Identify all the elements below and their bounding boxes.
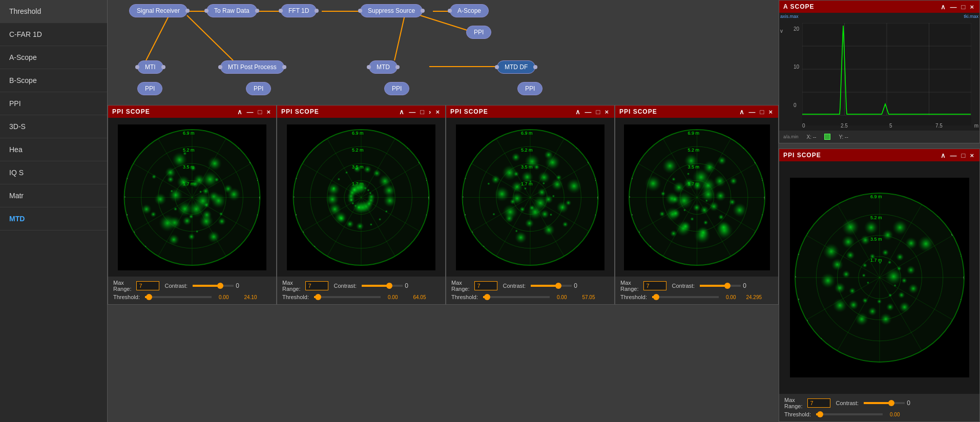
ppi-scope-2-maximize[interactable]: □ [419, 108, 426, 116]
sidebar-item-ppi[interactable]: PPI [0, 92, 107, 115]
ppi-scope-4-chevron-up[interactable]: ∧ [738, 108, 746, 116]
ascope-body: axis.max tki.max v 20 10 0 0 2.5 5 7.5 m… [779, 13, 979, 143]
pipeline-area: Signal Receiver To Raw Data FFT 1D Suppr… [108, 0, 645, 108]
ppi-scope-2-chevron-up[interactable]: ∧ [398, 108, 406, 116]
ppi-scope-2-forward[interactable]: › [428, 108, 432, 116]
ppi-scope-br-close[interactable]: × [969, 152, 975, 159]
sidebar-item-matr[interactable]: Matr [0, 184, 107, 207]
ppi-scope-2-title: PPI SCOPE [281, 108, 319, 115]
node-fft1d[interactable]: FFT 1D [281, 4, 317, 17]
threshold-slider-3[interactable] [483, 296, 550, 298]
ascope-close[interactable]: × [969, 3, 975, 11]
svg-line-5 [420, 15, 469, 31]
svg-line-8 [146, 15, 169, 60]
ppi-scope-4-close[interactable]: × [767, 108, 774, 116]
node-suppress-source[interactable]: Suppress Source [360, 4, 423, 17]
node-ppi-mtd[interactable]: PPI [384, 82, 409, 95]
node-signal-receiver[interactable]: Signal Receiver [129, 4, 187, 17]
ppi-scope-1-chevron-up[interactable]: ∧ [236, 108, 244, 116]
ppi-scope-br: PPI Scope ∧ — □ × MaxRange: Contrast: 0 [779, 149, 980, 422]
threshold-max-1: 24.10 [244, 294, 257, 300]
contrast-slider-br[interactable] [864, 402, 905, 404]
ppi-scope-3: PPI SCOPE ∧ — □ × MaxRange: Contrast: 0 [446, 105, 615, 305]
threshold-slider-1[interactable] [145, 296, 212, 298]
contrast-slider-2[interactable] [362, 285, 403, 287]
threshold-label-4: Threshold: [620, 294, 647, 300]
node-ppi-mtddf[interactable]: PPI [517, 82, 543, 95]
ppi-scope-1-titlebar: PPI Scope ∧ — □ × [108, 106, 276, 118]
ppi-scope-1-minimize[interactable]: — [246, 108, 255, 116]
ppi-scope-4-minimize[interactable]: — [748, 108, 757, 116]
ppi-scope-3-title: PPI SCOPE [450, 108, 488, 115]
node-mtd[interactable]: MTD [369, 60, 398, 74]
sidebar: Threshold C-FAR 1D A-Scope B-Scope PPI 3… [0, 0, 108, 422]
ppi-scope-br-titlebar: PPI Scope ∧ — □ × [779, 149, 979, 161]
node-ppi-top[interactable]: PPI [466, 26, 491, 39]
svg-line-9 [187, 15, 233, 60]
ppi-scope-3-chevron-up[interactable]: ∧ [574, 108, 582, 116]
sidebar-item-hea[interactable]: Hea [0, 138, 107, 161]
ascope-info-bar: a/a.min X: -- Y: -- [779, 131, 979, 143]
node-mti[interactable]: MTI [137, 60, 163, 74]
node-ascope[interactable]: A-Scope [450, 4, 489, 17]
contrast-zero-4: 0 [743, 282, 746, 289]
ppi-scope-1-close[interactable]: × [265, 108, 272, 116]
max-range-input-3[interactable] [474, 281, 497, 290]
ppi-scope-4: PPI SCOPE ∧ — □ × MaxRange: Contrast: 0 [615, 105, 779, 305]
ppi-scope-3-close[interactable]: × [603, 108, 610, 116]
ppi-scope-1-maximize[interactable]: □ [257, 108, 264, 116]
node-mtd-df[interactable]: MTD DF [497, 60, 535, 74]
max-range-input-2[interactable] [305, 281, 328, 290]
ppi-scope-2-minimize[interactable]: — [408, 108, 417, 116]
ppi-scope-3-body [446, 118, 614, 277]
sidebar-item-mtd[interactable]: MTD [0, 207, 107, 230]
sidebar-item-3ds[interactable]: 3D-S [0, 115, 107, 138]
max-range-input-1[interactable] [136, 281, 159, 290]
ppi-scope-br-body [779, 161, 979, 394]
node-mti-post[interactable]: MTI Post Process [220, 60, 284, 74]
ppi-scope-2-close[interactable]: × [434, 108, 441, 116]
max-range-input-4[interactable] [643, 281, 666, 290]
contrast-label-br: Contrast: [836, 400, 859, 406]
sidebar-item-cfar1d[interactable]: C-FAR 1D [0, 23, 107, 46]
x-label-5: 5 [889, 123, 892, 129]
threshold-val-2: 0.00 [388, 294, 398, 300]
ppi-scope-4-body [615, 118, 778, 277]
x-label-0: 0 [802, 123, 805, 129]
ppi-scope-br-minimize[interactable]: — [949, 152, 958, 159]
max-range-input-br[interactable] [807, 398, 830, 408]
ppi-scope-br-footer: MaxRange: Contrast: 0 Threshold: 0.00 [779, 394, 979, 421]
ascope-maximize[interactable]: □ [961, 3, 967, 11]
ascope-title: A Scope [783, 3, 815, 10]
threshold-slider-br[interactable] [816, 413, 883, 415]
max-range-label-2: MaxRange: [282, 280, 300, 292]
ppi-scope-3-maximize[interactable]: □ [595, 108, 602, 116]
threshold-label-3: Threshold: [451, 294, 478, 300]
ppi-scope-br-maximize[interactable]: □ [961, 152, 967, 159]
ascope-minimize[interactable]: — [949, 3, 958, 11]
ascope-amin: a/a.min [783, 134, 799, 139]
contrast-slider-4[interactable] [700, 285, 741, 287]
threshold-slider-4[interactable] [652, 296, 719, 298]
contrast-slider-3[interactable] [531, 285, 572, 287]
node-ppi-mtipost[interactable]: PPI [246, 82, 271, 95]
node-to-raw-data[interactable]: To Raw Data [206, 4, 257, 17]
svg-line-6 [394, 15, 405, 60]
ppi-scope-4-maximize[interactable]: □ [759, 108, 766, 116]
ppi-scope-3-minimize[interactable]: — [584, 108, 593, 116]
ascope-window: A Scope ∧ — □ × axis.max tki.max v 20 10… [779, 0, 980, 143]
threshold-max-4: 24.295 [746, 294, 762, 300]
sidebar-item-bscope[interactable]: B-Scope [0, 69, 107, 92]
sidebar-item-iqs[interactable]: IQ S [0, 161, 107, 184]
contrast-slider-1[interactable] [193, 285, 234, 287]
ppi-scope-1-footer: MaxRange: Contrast: 0 Threshold: 0.00 24… [108, 277, 276, 304]
node-ppi-mti[interactable]: PPI [137, 82, 162, 95]
sidebar-item-ascope[interactable]: A-Scope [0, 46, 107, 69]
ppi-scope-br-chevron-up[interactable]: ∧ [940, 152, 947, 159]
ppi-scope-1: PPI Scope ∧ — □ × MaxRange: Contrast: 0 [108, 105, 277, 305]
ascope-chevron-up[interactable]: ∧ [940, 3, 947, 11]
contrast-label-4: Contrast: [672, 283, 695, 289]
sidebar-item-threshold[interactable]: Threshold [0, 0, 107, 23]
threshold-slider-2[interactable] [314, 296, 381, 298]
ascope-y-coord: Y: -- [839, 134, 848, 140]
